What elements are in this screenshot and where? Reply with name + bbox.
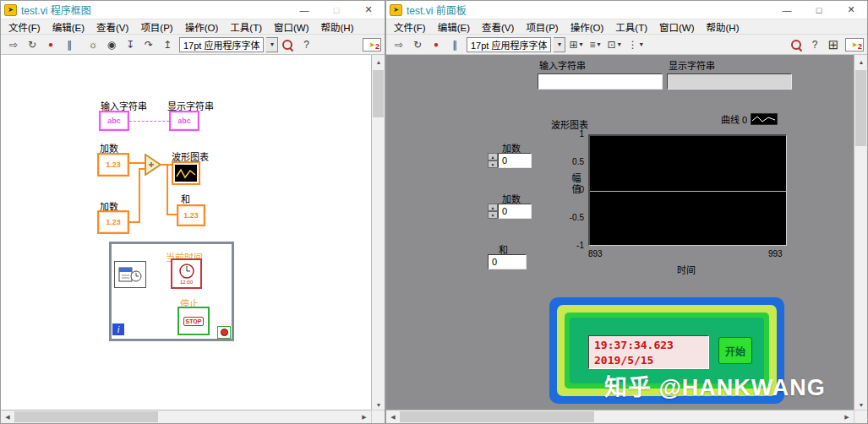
align-objects-dropdown[interactable]: ⊞▾	[566, 36, 585, 52]
font-settings-select[interactable]: 17pt 应用程序字体	[467, 37, 551, 52]
scroll-thumb[interactable]	[855, 70, 866, 146]
labview-badge[interactable]: ➤ 2	[845, 38, 864, 52]
run-icon[interactable]: ⇨	[390, 36, 407, 52]
y-tick: 0.5	[560, 157, 584, 166]
scroll-thumb[interactable]	[400, 411, 594, 422]
step-over-icon[interactable]: ↷	[140, 36, 157, 52]
menu-help[interactable]: 帮助(H)	[315, 20, 360, 34]
resize-objects-dropdown[interactable]: ⊡▾	[605, 36, 624, 52]
scroll-left-icon[interactable]: ◀	[1, 410, 14, 424]
scroll-up-icon[interactable]: ▲	[372, 55, 385, 68]
menu-edit[interactable]: 编辑(E)	[432, 20, 476, 34]
chart-plot-area[interactable]	[588, 134, 787, 246]
menu-project[interactable]: 项目(P)	[520, 20, 564, 34]
minimize-button[interactable]: —	[771, 1, 803, 19]
menu-file[interactable]: 文件(F)	[3, 20, 46, 34]
run-continuous-icon[interactable]: ↻	[409, 36, 426, 52]
menu-tools[interactable]: 工具(T)	[224, 20, 268, 34]
increment-icon[interactable]: ▲	[488, 153, 498, 160]
scroll-left-icon[interactable]: ◀	[386, 410, 400, 424]
maximize-button[interactable]: □	[803, 1, 835, 19]
pause-icon[interactable]: ∥	[446, 36, 463, 52]
scroll-thumb[interactable]	[14, 411, 158, 422]
addend2-control[interactable]: ▲ ▼ 0	[488, 204, 532, 219]
close-button[interactable]: ✕	[352, 1, 385, 19]
increment-icon[interactable]: ▲	[488, 204, 498, 211]
menu-operate[interactable]: 操作(O)	[565, 20, 610, 34]
scroll-right-icon[interactable]: ▶	[840, 410, 854, 424]
search-icon[interactable]	[279, 36, 296, 52]
help-icon[interactable]: ?	[806, 36, 823, 52]
abort-icon[interactable]: ●	[428, 36, 445, 52]
font-settings-dropdown-icon[interactable]: ▾	[554, 37, 565, 52]
start-button[interactable]: 开始	[718, 337, 752, 364]
badge-count: 2	[858, 42, 862, 51]
menu-view[interactable]: 查看(V)	[476, 20, 520, 34]
waveform-chart-terminal[interactable]	[172, 161, 200, 185]
block-diagram-canvas[interactable]: 输入字符串 显示字符串 abc abc 加数 1.23 加数 1.23 波形图表	[1, 55, 373, 411]
menu-view[interactable]: 查看(V)	[90, 20, 134, 34]
close-button[interactable]: ✕	[835, 1, 867, 19]
minimize-button[interactable]: —	[288, 1, 320, 19]
menu-operate[interactable]: 操作(O)	[179, 20, 225, 34]
maximize-button[interactable]: □	[320, 1, 352, 19]
addend2-control-terminal[interactable]: 1.23	[97, 210, 129, 234]
addend1-value[interactable]: 0	[498, 153, 532, 168]
menu-window[interactable]: 窗口(W)	[268, 20, 315, 34]
addend1-control-terminal[interactable]: 1.23	[97, 153, 129, 177]
watermark: 知乎 @HANKWANG	[604, 369, 826, 402]
grid-icon[interactable]: ⊞	[825, 36, 842, 52]
iteration-terminal[interactable]: i	[112, 323, 124, 335]
distribute-objects-dropdown[interactable]: ≡▾	[587, 36, 603, 52]
string-control-terminal[interactable]: abc	[99, 111, 129, 131]
highlight-execution-icon[interactable]: ☼	[85, 36, 101, 52]
abort-icon[interactable]: ●	[42, 36, 59, 52]
menu-project[interactable]: 项目(P)	[134, 20, 178, 34]
reorder-objects-dropdown[interactable]: ⋮▾	[625, 36, 646, 52]
menu-window[interactable]: 窗口(W)	[653, 20, 701, 34]
help-icon[interactable]: ?	[298, 36, 314, 52]
chart-y-axis-label: 幅值	[569, 173, 582, 195]
vertical-scrollbar[interactable]: ▲ ▼	[854, 55, 867, 411]
get-datetime-function[interactable]	[114, 261, 146, 288]
retain-wire-values-icon[interactable]: ◉	[103, 36, 120, 52]
titlebar[interactable]: ➤ test.vi 程序框图 — □ ✕	[1, 1, 385, 19]
input-string-field[interactable]	[538, 73, 663, 90]
decrement-icon[interactable]: ▼	[488, 160, 498, 168]
addend2-value[interactable]: 0	[498, 204, 532, 219]
string-indicator-terminal[interactable]: abc	[169, 111, 199, 131]
step-out-icon[interactable]: ↥	[159, 36, 176, 52]
menubar: 文件(F) 编辑(E) 查看(V) 项目(P) 操作(O) 工具(T) 窗口(W…	[1, 19, 385, 35]
run-icon[interactable]: ⇨	[5, 36, 22, 52]
horizontal-scrollbar[interactable]: ◀ ▶	[386, 410, 854, 423]
time-indicator-terminal[interactable]: 12:00	[171, 258, 202, 289]
stop-button-terminal[interactable]: STOP	[177, 307, 210, 335]
labview-badge[interactable]: ➤ 2	[363, 38, 381, 52]
scroll-up-icon[interactable]: ▲	[854, 55, 868, 68]
scroll-right-icon[interactable]: ▶	[358, 410, 371, 424]
run-continuous-icon[interactable]: ↻	[24, 36, 41, 52]
menu-help[interactable]: 帮助(H)	[701, 20, 745, 34]
titlebar[interactable]: ➤ test.vi 前面板 — □ ✕	[386, 1, 867, 19]
font-settings-select[interactable]: 17pt 应用程序字体	[179, 37, 264, 52]
sum-indicator-terminal[interactable]: 1.23	[177, 204, 205, 226]
menu-tools[interactable]: 工具(T)	[609, 20, 653, 34]
scroll-thumb[interactable]	[373, 70, 384, 117]
menu-edit[interactable]: 编辑(E)	[46, 20, 90, 34]
font-settings-dropdown-icon[interactable]: ▾	[266, 37, 278, 52]
add-function-node[interactable]	[145, 154, 161, 178]
loop-condition-terminal[interactable]	[217, 326, 231, 339]
pause-icon[interactable]: ∥	[61, 36, 78, 52]
front-panel-window: ➤ test.vi 前面板 — □ ✕ 文件(F) 编辑(E) 查看(V) 项目…	[385, 0, 868, 424]
vertical-scrollbar[interactable]: ▲ ▼	[371, 55, 385, 411]
addend1-control[interactable]: ▲ ▼ 0	[488, 153, 532, 168]
window-title: test.vi 前面板	[407, 3, 467, 17]
front-panel-canvas[interactable]: 输入字符串 显示字符串 波形图表 曲线 0 1 0.5 0 -0.5 -1 89…	[386, 55, 855, 411]
menu-file[interactable]: 文件(F)	[388, 20, 432, 34]
search-icon[interactable]	[788, 36, 805, 52]
decrement-icon[interactable]: ▼	[488, 211, 498, 219]
step-into-icon[interactable]: ↧	[122, 36, 139, 52]
chart-legend[interactable]: 曲线 0	[721, 112, 778, 126]
window-title: test.vi 程序框图	[21, 3, 91, 17]
horizontal-scrollbar[interactable]: ◀ ▶	[1, 410, 371, 423]
